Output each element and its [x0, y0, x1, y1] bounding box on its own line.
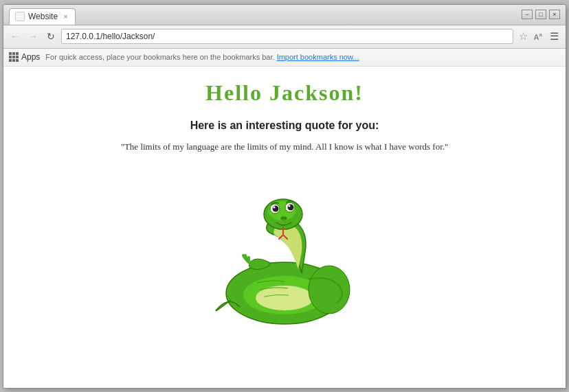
reload-button[interactable]: ↻	[43, 29, 58, 44]
address-bar[interactable]	[61, 29, 513, 44]
quote-subtitle: Here is an interesting quote for you:	[121, 119, 449, 132]
apps-label: Apps	[21, 52, 40, 62]
tab-favicon	[15, 12, 25, 21]
bookmarks-prompt: For quick access, place your bookmarks h…	[45, 53, 274, 61]
forward-button[interactable]: →	[25, 29, 41, 44]
grid-dot	[16, 59, 19, 62]
window-controls: − □ ×	[522, 10, 560, 19]
svg-point-7	[273, 205, 279, 211]
snake-svg	[195, 173, 374, 331]
grid-dot	[9, 52, 12, 55]
grid-dot	[12, 59, 15, 62]
svg-point-14	[284, 217, 287, 219]
import-bookmarks-link[interactable]: Import bookmarks now...	[277, 53, 359, 61]
snake-image	[195, 173, 374, 331]
back-button[interactable]: ←	[8, 29, 23, 44]
svg-point-13	[282, 217, 284, 219]
quote-section: Here is an interesting quote for you: "T…	[121, 119, 449, 152]
title-bar: Website × − □ ×	[3, 5, 566, 25]
svg-point-2	[256, 286, 313, 310]
grid-dot	[9, 56, 12, 58]
grid-dot	[9, 59, 12, 62]
close-button[interactable]: ×	[549, 10, 560, 19]
grid-dot	[16, 56, 19, 58]
svg-point-11	[289, 205, 291, 207]
minimize-button[interactable]: −	[522, 10, 533, 19]
svg-point-8	[274, 206, 276, 208]
grid-dot	[12, 52, 15, 55]
tab-title: Website	[28, 12, 58, 21]
url-input[interactable]	[66, 32, 509, 41]
nav-bar: ← → ↻ ☆ Aa ☰	[3, 25, 566, 49]
maximize-button[interactable]: □	[535, 10, 546, 19]
grid-dot	[12, 56, 15, 58]
grid-dot	[16, 52, 19, 55]
bookmarks-bar: Apps For quick access, place your bookma…	[3, 49, 566, 67]
bookmark-star-button[interactable]: ☆	[516, 29, 531, 44]
browser-window: Website × − □ × ← → ↻ ☆ Aa ☰	[3, 4, 566, 389]
browser-tab[interactable]: Website ×	[9, 8, 76, 25]
apps-button[interactable]: Apps	[9, 52, 40, 62]
apps-grid-icon	[9, 52, 19, 62]
svg-point-10	[288, 204, 294, 210]
page-content: Hello Jackson! Here is an interesting qu…	[3, 67, 566, 388]
quote-text: "The limits of my language are the limit…	[121, 141, 449, 152]
aa-button[interactable]: Aa	[534, 32, 542, 41]
svg-point-3	[309, 266, 350, 314]
page-heading: Hello Jackson!	[205, 80, 364, 106]
tab-close-button[interactable]: ×	[63, 12, 67, 21]
menu-button[interactable]: ☰	[546, 29, 561, 44]
